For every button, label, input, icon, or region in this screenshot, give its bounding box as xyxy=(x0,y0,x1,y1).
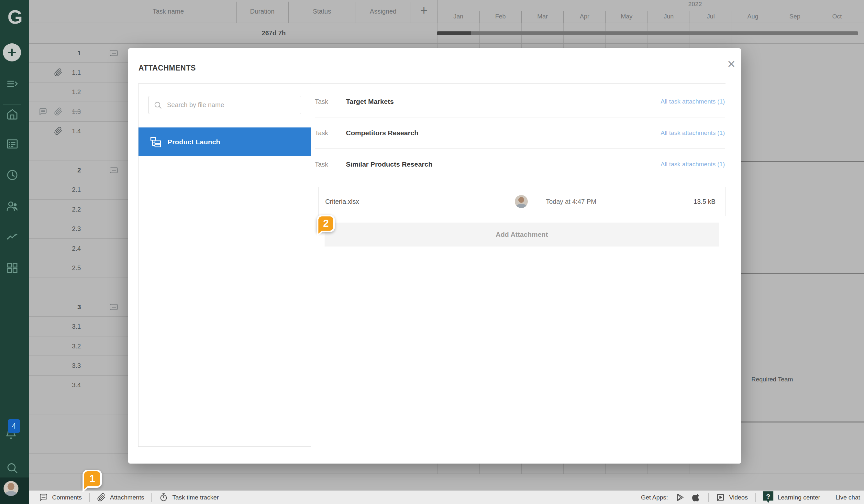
task-list-icon[interactable] xyxy=(6,138,19,150)
task-prefix-label: Task xyxy=(315,98,346,106)
file-search-box[interactable] xyxy=(148,96,301,114)
plus-icon xyxy=(7,48,17,57)
videos-icon xyxy=(716,493,725,502)
file-upload-time: Today at 4:47 PM xyxy=(546,198,596,205)
ganttpro-logo[interactable]: G xyxy=(0,6,29,28)
attachments-button[interactable]: Attachments xyxy=(97,493,144,502)
comments-button[interactable]: Comments xyxy=(39,493,82,502)
task-name: Similar Products Research xyxy=(346,160,432,168)
all-task-attachments-link[interactable]: All task attachments (1) xyxy=(660,161,725,168)
task-prefix-label: Task xyxy=(315,129,346,137)
all-task-attachments-link[interactable]: All task attachments (1) xyxy=(660,98,725,105)
apple-icon[interactable] xyxy=(692,493,701,502)
sidebar-divider xyxy=(3,104,21,105)
videos-button[interactable]: Videos xyxy=(716,493,748,502)
status-bar-divider xyxy=(828,493,828,502)
modal-task-row: TaskTarget MarketsAll task attachments (… xyxy=(315,95,725,109)
status-bar-divider xyxy=(152,493,152,502)
task-time-tracker-label: Task time tracker xyxy=(172,494,219,501)
comment-icon xyxy=(39,493,48,502)
get-apps-label: Get Apps: xyxy=(641,494,668,501)
annotation-step-2-number: 2 xyxy=(319,216,333,231)
status-bar-left: Comments Attachments Task time tracker xyxy=(39,493,219,502)
uploader-avatar xyxy=(515,195,528,208)
attachment-file-row[interactable]: Criteria.xlsx Today at 4:47 PM 13.5 kB xyxy=(319,187,725,216)
comments-label: Comments xyxy=(52,494,82,501)
status-bar-divider xyxy=(708,493,709,502)
live-chat-label: Live chat xyxy=(836,494,860,501)
google-play-icon[interactable] xyxy=(676,493,685,502)
reports-icon[interactable] xyxy=(6,231,19,243)
learning-center-label: Learning center xyxy=(778,494,820,501)
modal-task-row: TaskSimilar Products ResearchAll task at… xyxy=(315,157,725,171)
user-avatar[interactable] xyxy=(3,481,19,496)
task-prefix-label: Task xyxy=(315,161,346,168)
attachments-modal: ATTACHMENTS × Product Launch TaskTarget … xyxy=(128,48,741,464)
close-icon[interactable]: × xyxy=(723,57,739,72)
stopwatch-icon xyxy=(159,493,168,502)
apps-grid-icon[interactable] xyxy=(6,262,19,274)
task-row-divider xyxy=(315,180,725,180)
magnifier-icon xyxy=(154,101,162,109)
file-name[interactable]: Criteria.xlsx xyxy=(325,198,359,205)
notification-count-badge[interactable]: 4 xyxy=(8,419,20,433)
learning-center-button[interactable]: ? Learning center xyxy=(763,491,820,504)
time-log-icon[interactable] xyxy=(6,169,19,181)
home-icon[interactable] xyxy=(6,108,19,120)
create-task-button[interactable] xyxy=(3,43,21,61)
videos-label: Videos xyxy=(729,494,748,501)
task-name: Target Markets xyxy=(346,98,394,106)
annotation-step-1-number: 1 xyxy=(84,471,100,486)
expand-menu-icon[interactable] xyxy=(6,77,19,90)
add-attachment-button[interactable]: Add Attachment xyxy=(325,223,719,247)
task-row-divider xyxy=(315,148,725,149)
live-chat-button[interactable]: Live chat xyxy=(836,494,860,501)
attachments-label: Attachments xyxy=(110,494,144,501)
projects-panel: Product Launch xyxy=(138,83,311,447)
project-hierarchy-icon xyxy=(150,136,161,147)
task-time-tracker-button[interactable]: Task time tracker xyxy=(159,493,219,502)
status-bar: Comments Attachments Task time tracker G… xyxy=(29,490,864,504)
all-task-attachments-link[interactable]: All task attachments (1) xyxy=(660,129,725,136)
task-name: Competitors Research xyxy=(346,129,418,137)
modal-title: ATTACHMENTS xyxy=(139,64,196,72)
file-size: 13.5 kB xyxy=(694,198,716,205)
project-name: Product Launch xyxy=(168,138,220,146)
search-icon[interactable] xyxy=(6,462,19,474)
question-icon: ? xyxy=(763,491,773,504)
annotation-step-2: 2 xyxy=(317,215,335,232)
status-bar-divider xyxy=(755,493,756,502)
project-item-product-launch[interactable]: Product Launch xyxy=(139,128,311,156)
status-bar-right: Get Apps: Videos ? Learning center Live … xyxy=(641,491,860,504)
search-input[interactable] xyxy=(166,96,299,114)
get-apps-group: Get Apps: xyxy=(641,493,701,502)
annotation-step-1: 1 xyxy=(83,470,102,488)
paperclip-icon xyxy=(97,493,106,502)
app-sidebar: G 4 xyxy=(0,0,29,504)
team-icon[interactable] xyxy=(6,200,19,212)
modal-task-row: TaskCompetitors ResearchAll task attachm… xyxy=(315,126,725,140)
status-bar-divider xyxy=(89,493,89,502)
